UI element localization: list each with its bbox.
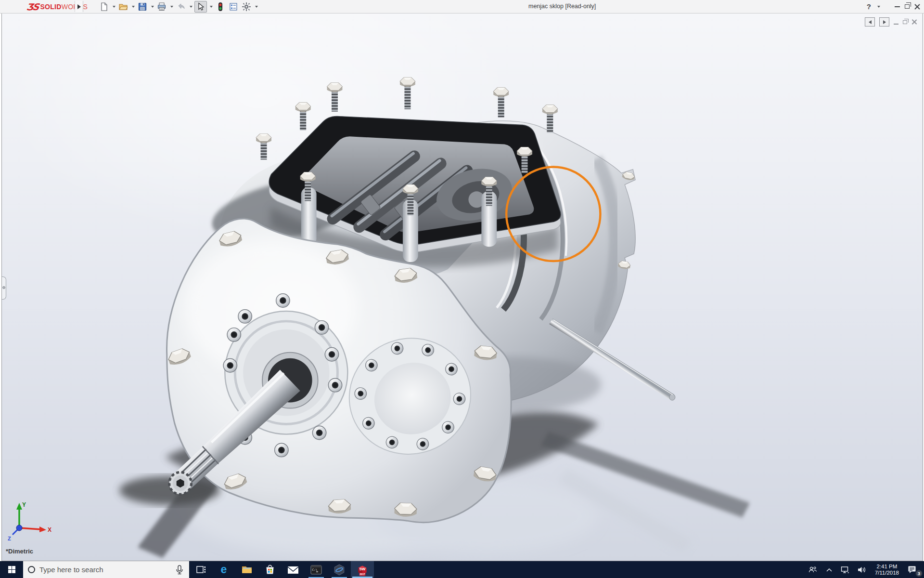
orientation-triad: Y X Z — [5, 500, 53, 544]
menu-flyout-button[interactable] — [75, 1, 83, 12]
viewport-canvas[interactable] — [2, 13, 923, 561]
triad-z-label: Z — [8, 536, 11, 541]
open-dropdown-caret[interactable] — [132, 6, 135, 8]
triad-y-label: Y — [22, 501, 26, 508]
file-explorer-icon — [241, 564, 253, 576]
main-toolbar — [98, 0, 260, 13]
flyout-arrow-icon — [77, 4, 81, 9]
rebuild-button[interactable] — [215, 1, 226, 13]
action-center-button[interactable]: 3 — [905, 561, 919, 578]
network-button[interactable] — [838, 561, 852, 578]
undo-dropdown-caret[interactable] — [190, 6, 192, 8]
mail-button[interactable] — [282, 561, 305, 578]
mail-icon — [287, 565, 299, 575]
options-dropdown-caret[interactable] — [255, 6, 258, 8]
pane-left-button[interactable] — [865, 17, 875, 26]
open-folder-icon — [118, 2, 128, 12]
options-button[interactable] — [241, 1, 252, 13]
notification-badge: 3 — [915, 570, 923, 577]
sw-year: 2017 — [359, 573, 365, 576]
hexagon-app-icon — [333, 564, 346, 576]
rebuild-traffic-light-icon — [216, 2, 225, 12]
help-button[interactable]: ? — [867, 2, 871, 11]
network-icon — [841, 566, 849, 574]
edge-button[interactable]: e — [212, 561, 235, 578]
volume-button[interactable] — [855, 561, 869, 578]
solidworks-app-icon: SW 2017 — [356, 563, 369, 576]
close-button[interactable] — [914, 4, 920, 10]
store-icon — [264, 564, 276, 576]
select-cursor-icon — [196, 2, 205, 12]
taskbar-search-box[interactable]: Type here to search — [23, 561, 189, 578]
task-view-button[interactable] — [189, 561, 212, 578]
print-button[interactable] — [156, 1, 167, 13]
feature-tree-splitter-tab[interactable] — [2, 276, 6, 300]
view-orientation-label: *Dimetric — [6, 548, 33, 555]
splitter-dot-icon — [2, 286, 5, 289]
document-window-controls — [865, 17, 917, 26]
print-icon — [157, 2, 167, 12]
cmd-label: C:\ — [312, 568, 318, 571]
taskbar-clock[interactable]: 2:41 PM 7/11/2018 — [872, 564, 902, 576]
windows-taskbar: Type here to search e — [0, 561, 924, 578]
pane-right-button[interactable] — [879, 17, 889, 26]
people-icon — [808, 566, 818, 574]
select-button[interactable] — [194, 1, 207, 13]
app-titlebar: ƷS SOLIDWORKS — [0, 0, 924, 13]
help-dropdown-caret[interactable] — [877, 6, 880, 8]
store-button[interactable] — [258, 561, 282, 578]
file-explorer-button[interactable] — [235, 561, 258, 578]
search-placeholder: Type here to search — [39, 565, 170, 574]
sw-letters: SW — [359, 567, 365, 571]
new-dropdown-caret[interactable] — [113, 6, 116, 8]
top-cover-part[interactable] — [256, 78, 561, 262]
doc-close-button[interactable] — [911, 19, 917, 25]
start-button[interactable] — [0, 561, 23, 578]
command-prompt-icon: C:\ — [310, 564, 322, 576]
options-gear-icon — [242, 2, 251, 12]
logo-text-solid: SOLID — [40, 3, 61, 11]
save-button[interactable] — [137, 1, 148, 13]
hexagon-app-button[interactable] — [328, 561, 351, 578]
doc-restore-button[interactable] — [903, 20, 907, 24]
print-dropdown-caret[interactable] — [170, 6, 173, 8]
command-prompt-button[interactable]: C:\ — [305, 561, 328, 578]
triad-x-label: X — [48, 526, 51, 533]
solidworks-app-button[interactable]: SW 2017 — [351, 561, 374, 578]
system-tray: 2:41 PM 7/11/2018 3 — [806, 561, 924, 578]
window-controls: ? — [867, 0, 920, 13]
file-properties-button[interactable] — [228, 1, 239, 13]
document-title: menjac sklop [Read-only] — [528, 0, 596, 13]
tray-overflow-button[interactable] — [823, 561, 835, 578]
minimize-button[interactable] — [895, 6, 900, 7]
clock-date: 7/11/2018 — [875, 570, 899, 576]
restore-button[interactable] — [905, 4, 910, 9]
new-document-icon — [99, 2, 109, 12]
open-button[interactable] — [117, 1, 129, 13]
people-button[interactable] — [806, 561, 820, 578]
solidworks-logo-mark-icon: ƷS — [26, 1, 38, 12]
undo-icon — [176, 2, 186, 12]
task-view-icon — [195, 564, 206, 576]
edge-icon: e — [221, 563, 227, 576]
new-document-button[interactable] — [98, 1, 110, 13]
windows-logo-icon — [8, 566, 15, 573]
save-floppy-icon — [138, 2, 147, 12]
chevron-up-icon — [826, 567, 833, 572]
undo-button[interactable] — [175, 1, 187, 13]
microphone-icon[interactable] — [175, 565, 184, 575]
doc-minimize-button[interactable] — [894, 24, 898, 25]
save-dropdown-caret[interactable] — [151, 6, 154, 8]
clock-time: 2:41 PM — [875, 564, 899, 570]
cortana-icon — [28, 566, 35, 573]
select-dropdown-caret[interactable] — [210, 6, 213, 8]
volume-icon — [858, 566, 866, 574]
right-arrow-icon — [883, 20, 886, 24]
left-arrow-icon — [869, 20, 872, 24]
graphics-viewport[interactable]: Y X Z *Dimetric — [1, 13, 923, 561]
file-properties-icon — [229, 2, 238, 12]
